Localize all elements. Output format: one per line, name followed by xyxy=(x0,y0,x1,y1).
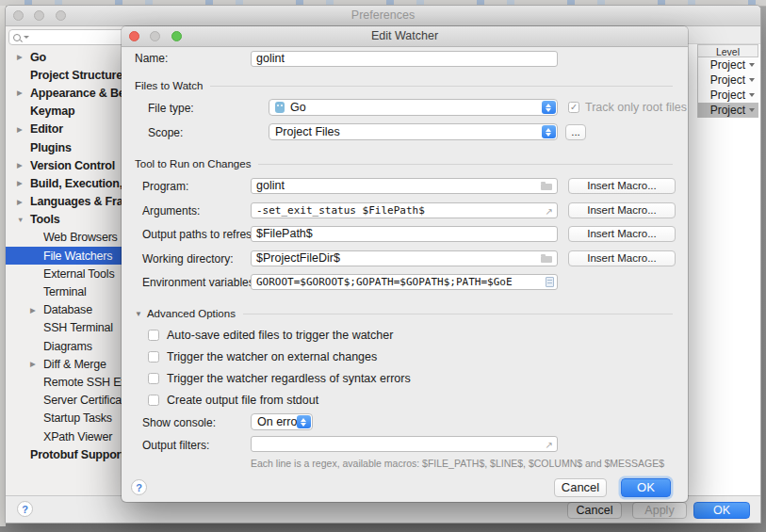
create-output-file-label: Create output file from stdout xyxy=(167,393,318,408)
output-paths-input[interactable]: $FilePath$ xyxy=(251,226,558,242)
trigger-syntax-errors-label: Trigger the watcher regardless of syntax… xyxy=(167,371,411,386)
close-button[interactable] xyxy=(129,31,139,41)
help-button[interactable]: ? xyxy=(17,501,33,517)
chevron-right-icon[interactable] xyxy=(17,174,30,192)
search-filter-chevron-icon xyxy=(24,36,29,39)
show-console-select[interactable]: On error xyxy=(251,413,313,430)
stepper-icon xyxy=(542,101,556,114)
watchers-level-column: Level Project Project Project Project xyxy=(697,44,758,118)
program-label: Program: xyxy=(142,179,188,195)
preferences-ok-button[interactable]: OK xyxy=(693,502,750,519)
auto-save-label: Auto-save edited files to trigger the wa… xyxy=(167,328,393,343)
minimize-button[interactable] xyxy=(34,10,44,21)
chevron-right-icon[interactable] xyxy=(17,121,30,138)
chevron-right-icon[interactable] xyxy=(30,355,43,373)
stepper-icon xyxy=(297,415,311,428)
chevron-down-icon[interactable] xyxy=(17,211,30,229)
preferences-titlebar: Preferences xyxy=(6,6,760,26)
output-filters-input[interactable] xyxy=(251,436,558,452)
zoom-button[interactable] xyxy=(56,10,66,21)
insert-macro-button[interactable]: Insert Macro... xyxy=(568,178,676,194)
environment-variables-label: Environment variables: xyxy=(142,275,257,291)
create-output-file-checkbox[interactable] xyxy=(148,395,159,406)
track-only-root-files-checkbox: ✓ xyxy=(568,102,579,113)
insert-macro-button[interactable]: Insert Macro... xyxy=(568,202,676,218)
dialog-window-controls xyxy=(129,31,189,41)
chevron-right-icon[interactable] xyxy=(30,301,43,319)
dialog-cancel-button[interactable]: Cancel xyxy=(554,478,607,497)
output-paths-label: Output paths to refresh: xyxy=(142,227,261,243)
search-icon xyxy=(13,34,21,41)
dialog-ok-button[interactable]: OK xyxy=(621,478,671,497)
chevron-right-icon[interactable] xyxy=(17,156,30,174)
trigger-external-changes-checkbox[interactable] xyxy=(148,351,159,363)
filters-hint: Each line is a regex, available macros: … xyxy=(251,458,664,469)
program-input[interactable]: golint xyxy=(251,178,558,194)
window-title: Preferences xyxy=(351,8,415,22)
trigger-external-changes-label: Trigger the watcher on external changes xyxy=(167,349,377,364)
edit-variables-icon[interactable] xyxy=(546,277,554,287)
preferences-apply-button[interactable]: Apply xyxy=(632,502,687,519)
chevron-down-icon[interactable]: ▼ xyxy=(135,310,142,318)
insert-macro-button[interactable]: Insert Macro... xyxy=(568,250,676,266)
level-cell[interactable]: Project xyxy=(697,88,758,103)
stepper-icon xyxy=(542,125,556,138)
section-divider xyxy=(243,314,673,314)
chevron-right-icon[interactable] xyxy=(17,48,30,66)
level-cell-selected[interactable]: Project xyxy=(697,103,758,118)
file-type-select[interactable]: Go xyxy=(269,99,558,116)
dropdown-arrow-icon xyxy=(749,63,755,67)
folder-browse-icon[interactable] xyxy=(541,256,552,263)
level-cell[interactable]: Project xyxy=(697,73,758,88)
working-directory-input[interactable]: $ProjectFileDir$ xyxy=(251,250,558,266)
dialog-titlebar: Edit Watcher xyxy=(122,26,688,47)
window-controls xyxy=(13,10,73,21)
zoom-button[interactable] xyxy=(171,31,182,41)
files-to-watch-section: Files to Watch xyxy=(135,80,673,91)
scope-label: Scope: xyxy=(148,125,183,141)
minimize-button xyxy=(150,31,160,41)
chevron-right-icon[interactable] xyxy=(17,84,30,102)
folder-browse-icon[interactable] xyxy=(541,184,552,190)
name-label: Name: xyxy=(135,51,168,67)
dropdown-arrow-icon xyxy=(749,78,755,82)
file-type-label: File type: xyxy=(148,101,194,117)
dropdown-arrow-icon xyxy=(749,93,755,97)
dialog-title: Edit Watcher xyxy=(371,29,438,42)
scope-browse-button[interactable]: ... xyxy=(565,124,586,140)
dialog-help-button[interactable]: ? xyxy=(131,479,147,495)
show-console-label: Show console: xyxy=(142,415,216,431)
insert-macro-button[interactable]: Insert Macro... xyxy=(568,226,676,242)
section-divider xyxy=(258,164,673,165)
section-divider xyxy=(210,86,673,87)
environment-variables-input[interactable]: GOROOT=$GOROOT$;GOPATH=$GOPATH$;PATH=$Go… xyxy=(251,274,558,290)
level-cell[interactable]: Project xyxy=(697,57,758,73)
expand-field-icon[interactable] xyxy=(546,438,553,452)
name-input[interactable]: golint xyxy=(251,51,558,67)
advanced-options-section[interactable]: ▼ Advanced Options xyxy=(135,308,673,319)
output-filters-label: Output filters: xyxy=(142,438,209,454)
auto-save-checkbox[interactable] xyxy=(148,330,159,341)
tool-to-run-section: Tool to Run on Changes xyxy=(135,158,673,169)
go-file-type-icon xyxy=(275,102,285,113)
edit-watcher-dialog: Edit Watcher Name: golint Files to Watch… xyxy=(122,26,688,502)
preferences-cancel-button[interactable]: Cancel xyxy=(567,502,622,519)
arguments-label: Arguments: xyxy=(142,203,200,219)
dropdown-arrow-icon xyxy=(749,108,755,112)
expand-field-icon[interactable] xyxy=(546,204,553,218)
track-only-root-files-label: Track only root files xyxy=(585,100,687,115)
arguments-input[interactable]: -set_exit_status $FilePath$ xyxy=(251,202,558,218)
trigger-syntax-errors-checkbox[interactable] xyxy=(148,373,159,384)
working-directory-label: Working directory: xyxy=(142,251,233,267)
scope-select[interactable]: Project Files xyxy=(269,123,558,140)
chevron-right-icon[interactable] xyxy=(17,193,30,211)
level-column-header: Level xyxy=(697,44,758,57)
close-button[interactable] xyxy=(13,10,24,21)
